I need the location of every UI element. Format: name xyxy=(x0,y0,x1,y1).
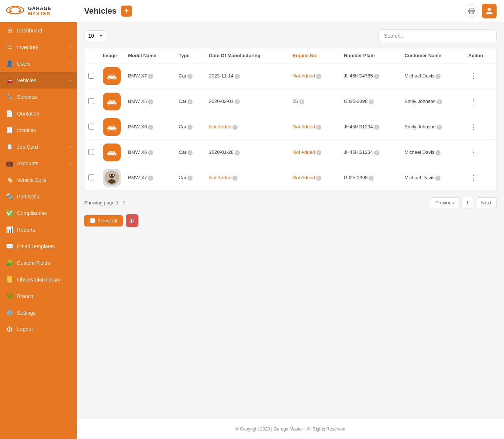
sidebar-item-services[interactable]: 🔧 Services xyxy=(0,89,77,105)
sidebar-item-vehicles[interactable]: 🚗 Vehicles › xyxy=(0,72,77,89)
engine-info-icon[interactable]: i xyxy=(316,150,321,155)
sidebar-item-dashboard[interactable]: ⊞ Dashboard xyxy=(0,22,77,39)
row-date: 2023-11-14i xyxy=(206,63,289,89)
sidebar-item-vehicle-sells[interactable]: 🏷️ Vehicle Sells xyxy=(0,172,77,188)
topbar-right xyxy=(465,4,497,18)
row-checkbox-cell xyxy=(84,114,99,140)
svg-rect-18 xyxy=(107,102,108,103)
engine-info-icon[interactable]: i xyxy=(316,176,321,181)
model-info-icon[interactable]: i xyxy=(148,150,153,155)
sidebar-item-email-templates[interactable]: ✉️ Email Templates xyxy=(0,238,77,255)
sidebar-item-inventory[interactable]: ☰ Inventory › xyxy=(0,39,77,55)
model-info-icon[interactable]: i xyxy=(148,74,153,79)
nav-icon-custom-fields: 🧩 xyxy=(6,259,13,266)
sidebar-item-branch[interactable]: 🌿 Branch xyxy=(0,288,77,304)
plate-info-icon[interactable]: i xyxy=(374,125,379,130)
sidebar-item-quotation[interactable]: 📄 Quotation xyxy=(0,105,77,122)
plate-info-icon[interactable]: i xyxy=(369,176,374,181)
sidebar-item-reports[interactable]: 📊 Reports xyxy=(0,221,77,238)
row-action-button[interactable]: ⋮ xyxy=(468,96,479,107)
type-info-icon[interactable]: i xyxy=(187,125,193,130)
nav-label-compliances: Compliances xyxy=(17,210,47,216)
nav-label-vehicle-sells: Vehicle Sells xyxy=(17,177,46,183)
svg-point-29 xyxy=(114,154,115,156)
row-checkbox[interactable] xyxy=(88,174,94,180)
sidebar-item-invoices[interactable]: 🧾 Invoices xyxy=(0,122,77,138)
row-image-cell xyxy=(99,63,124,89)
model-info-icon[interactable]: i xyxy=(148,125,153,130)
engine-info-icon[interactable]: i xyxy=(316,125,321,130)
sidebar-item-compliances[interactable]: ✅ Compliances xyxy=(0,205,77,221)
nav-icon-accounts: 💼 xyxy=(6,160,13,167)
col-action: Action xyxy=(465,48,496,63)
date-info-icon[interactable]: i xyxy=(235,74,240,79)
sidebar: GARAGE MASTER ⊞ Dashboard ☰ Inventory › … xyxy=(0,0,77,439)
date-info-icon[interactable]: i xyxy=(232,176,238,181)
sidebar-item-users[interactable]: 👤 Users › xyxy=(0,55,77,72)
type-info-icon[interactable]: i xyxy=(187,99,193,104)
page-1-button[interactable]: 1 xyxy=(462,197,473,208)
customer-info-icon[interactable]: i xyxy=(437,99,442,104)
customer-info-icon[interactable]: i xyxy=(437,125,442,130)
engine-info-icon[interactable]: i xyxy=(316,74,321,79)
svg-point-36 xyxy=(108,179,115,184)
row-checkbox[interactable] xyxy=(88,98,94,104)
row-action-button[interactable]: ⋮ xyxy=(468,70,479,82)
sidebar-item-custom-fields[interactable]: 🧩 Custom Fields xyxy=(0,255,77,271)
plate-info-icon[interactable]: i xyxy=(374,150,379,155)
plate-info-icon[interactable]: i xyxy=(369,99,374,104)
sidebar-item-observation-library[interactable]: 📒 Observation library xyxy=(0,271,77,288)
date-info-icon[interactable]: i xyxy=(235,150,240,155)
row-checkbox[interactable] xyxy=(88,73,94,79)
search-input[interactable] xyxy=(379,30,497,42)
row-engine: Not Addedi xyxy=(289,114,340,140)
type-info-icon[interactable]: i xyxy=(187,150,193,155)
add-vehicle-button[interactable]: + xyxy=(121,6,132,17)
svg-point-2 xyxy=(18,10,21,13)
row-checkbox[interactable] xyxy=(88,124,94,129)
model-info-icon[interactable]: i xyxy=(148,176,153,181)
row-checkbox[interactable] xyxy=(88,149,94,155)
svg-rect-25 xyxy=(107,128,108,129)
type-info-icon[interactable]: i xyxy=(187,74,193,79)
plate-info-icon[interactable]: i xyxy=(374,74,379,79)
table-body: BMW X7i Cari 2023-11-14i Not Addedi JH45… xyxy=(84,63,496,190)
customer-info-icon[interactable]: i xyxy=(435,150,441,155)
customer-info-icon[interactable]: i xyxy=(435,74,441,79)
settings-button[interactable] xyxy=(465,4,478,18)
logo-text: GARAGE MASTER xyxy=(28,6,51,17)
row-action-button[interactable]: ⋮ xyxy=(468,121,479,132)
select-all-button[interactable]: Select All xyxy=(84,215,123,227)
type-info-icon[interactable]: i xyxy=(187,176,193,181)
page-title: Vehicles xyxy=(84,6,117,16)
nav-label-logout: Logout xyxy=(17,326,33,332)
customer-info-icon[interactable]: i xyxy=(435,176,441,181)
sidebar-item-logout[interactable]: ⏻ Logout xyxy=(0,321,77,337)
nav-label-branch: Branch xyxy=(17,293,33,299)
row-engine: Not Addedi xyxy=(289,63,340,89)
per-page-select[interactable]: 102550100 xyxy=(84,30,106,41)
nav-arrow-accounts: › xyxy=(69,161,71,166)
sidebar-item-jobcard[interactable]: 📋 Job Card › xyxy=(0,138,77,155)
user-avatar[interactable] xyxy=(482,4,497,18)
row-action-button[interactable]: ⋮ xyxy=(468,147,479,158)
nav-arrow-jobcard: › xyxy=(69,144,71,149)
bulk-delete-button[interactable]: 🗑 xyxy=(126,214,138,227)
date-info-icon[interactable]: i xyxy=(232,125,238,130)
next-button[interactable]: Next xyxy=(476,197,497,208)
svg-rect-30 xyxy=(110,152,111,153)
sidebar-item-accounts[interactable]: 💼 Accounts › xyxy=(0,155,77,172)
sidebar-item-settings[interactable]: ⚙️ Settings xyxy=(0,304,77,321)
row-action-button[interactable]: ⋮ xyxy=(468,172,479,183)
prev-button[interactable]: Previous xyxy=(430,197,460,208)
nav-label-part-sells: Part Sells xyxy=(17,194,39,200)
date-info-icon[interactable]: i xyxy=(235,99,240,104)
engine-info-icon[interactable]: i xyxy=(299,99,304,104)
toolbar: 102550100 xyxy=(84,30,497,42)
sidebar-item-part-sells[interactable]: 🔩 Part Sells xyxy=(0,188,77,205)
model-info-icon[interactable]: i xyxy=(148,99,153,104)
row-type: Cari xyxy=(175,63,205,89)
select-all-checkbox[interactable] xyxy=(90,218,95,223)
svg-point-7 xyxy=(108,78,110,80)
row-date: Not Addedi xyxy=(206,114,289,140)
